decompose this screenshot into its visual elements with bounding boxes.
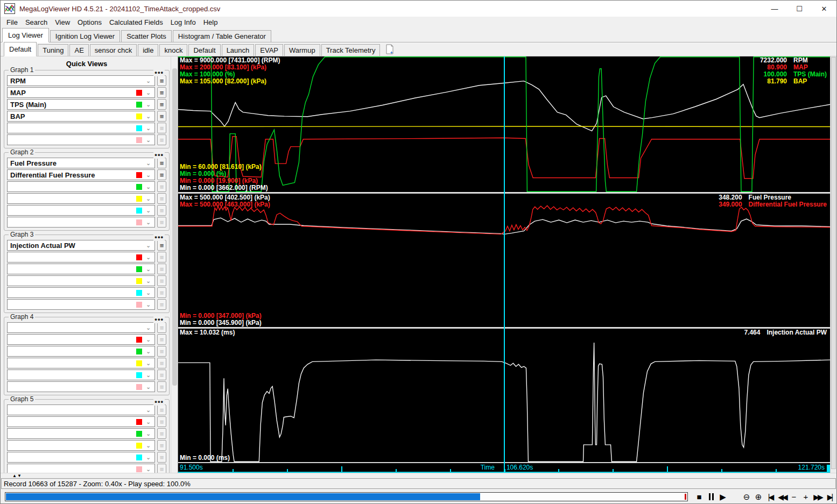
view-tab-ae-2[interactable]: AE	[69, 44, 88, 56]
chart-area[interactable]: Max = 9000.000 [7431.000] (RPM)Max = 200…	[178, 56, 830, 473]
chevron-down-icon[interactable]: ⌄	[146, 113, 154, 120]
field-select[interactable]: ⌄	[7, 205, 155, 216]
pause-button[interactable]	[705, 491, 717, 503]
chevron-down-icon[interactable]: ⌄	[146, 183, 154, 190]
menu-item-file[interactable]: File	[3, 17, 22, 27]
row-menu-button[interactable]: ≡	[157, 264, 166, 274]
row-menu-button[interactable]: ≡	[157, 75, 166, 86]
field-select[interactable]: ⌄	[7, 217, 155, 228]
chevron-down-icon[interactable]: ⌄	[146, 219, 154, 226]
view-tab-evap-8[interactable]: EVAP	[255, 44, 283, 56]
minimize-button[interactable]: —	[762, 1, 787, 17]
field-select[interactable]: ⌄	[7, 299, 155, 310]
row-menu-button[interactable]: ≡	[157, 181, 166, 192]
skip-end-button[interactable]: ▶|	[824, 491, 835, 503]
view-tab-knock-5[interactable]: knock	[159, 44, 187, 56]
row-menu-button[interactable]: ≡	[157, 123, 166, 133]
group-menu-button[interactable]: •••	[153, 397, 165, 406]
row-menu-button[interactable]: ≡	[157, 134, 166, 145]
field-select[interactable]: ⌄	[7, 134, 155, 145]
zoom-in-button[interactable]: ⊕	[752, 491, 764, 503]
chart-scrollbar-thumb[interactable]	[831, 57, 836, 469]
chevron-down-icon[interactable]: ⌄	[146, 254, 154, 261]
chevron-down-icon[interactable]: ⌄	[146, 454, 154, 461]
chevron-down-icon[interactable]: ⌄	[146, 301, 154, 308]
view-tab-launch-7[interactable]: Launch	[222, 44, 255, 56]
field-select[interactable]: ⌄	[7, 123, 155, 133]
row-menu-button[interactable]: ≡	[157, 452, 166, 463]
group-menu-button[interactable]: •••	[153, 233, 165, 241]
chevron-down-icon[interactable]: ⌄	[146, 372, 154, 379]
field-select[interactable]: ⌄	[7, 346, 155, 357]
play-button[interactable]: ▶	[717, 491, 729, 503]
menu-item-search[interactable]: Search	[22, 17, 51, 27]
chevron-down-icon[interactable]: ⌄	[146, 137, 154, 144]
field-select[interactable]: ⌄	[7, 181, 155, 192]
field-select[interactable]: TPS (Main)⌄	[7, 99, 155, 110]
rewind-button[interactable]: ◀◀	[776, 491, 788, 503]
chevron-down-icon[interactable]: ⌄	[146, 89, 154, 96]
chevron-down-icon[interactable]: ⌄	[146, 101, 154, 108]
field-select[interactable]: ⌄	[7, 404, 155, 415]
row-menu-button[interactable]: ≡	[157, 428, 166, 439]
row-menu-button[interactable]: ≡	[157, 287, 166, 298]
field-select[interactable]: ⌄	[7, 428, 155, 439]
row-menu-button[interactable]: ≡	[157, 416, 166, 427]
tab-ignition-log-viewer[interactable]: Ignition Log Viewer	[50, 30, 120, 42]
view-tab-tuning-1[interactable]: Tuning	[38, 44, 68, 56]
chevron-down-icon[interactable]: ⌄	[146, 195, 154, 202]
chevron-down-icon[interactable]: ⌄	[146, 336, 154, 343]
field-select[interactable]: ⌄	[7, 452, 155, 463]
view-tab-sensor-chck-3[interactable]: sensor chck	[90, 44, 137, 56]
chevron-down-icon[interactable]: ⌄	[146, 160, 154, 167]
sidebar-scrollbar[interactable]	[171, 56, 178, 473]
view-tab-default-0[interactable]: Default	[4, 42, 37, 56]
chevron-down-icon[interactable]: ⌄	[146, 348, 154, 355]
chart-scrollbar[interactable]	[830, 56, 836, 473]
field-select[interactable]: Fuel Pressure⌄	[7, 158, 155, 168]
field-select[interactable]: ⌄	[7, 287, 155, 298]
menu-item-options[interactable]: Options	[74, 17, 105, 27]
field-select[interactable]: ⌄	[7, 252, 155, 262]
chevron-down-icon[interactable]: ⌄	[146, 360, 154, 367]
field-select[interactable]: ⌄	[7, 358, 155, 368]
row-menu-button[interactable]: ≡	[157, 87, 166, 98]
tab-histogram-table-generator[interactable]: Histogram / Table Generator	[173, 30, 271, 42]
row-menu-button[interactable]: ≡	[157, 381, 166, 392]
row-menu-button[interactable]: ≡	[157, 99, 166, 110]
chevron-down-icon[interactable]: ⌄	[146, 289, 154, 296]
stop-button[interactable]: ■	[693, 491, 705, 503]
chevron-down-icon[interactable]: ⌄	[146, 430, 154, 437]
row-menu-button[interactable]: ≡	[157, 193, 166, 204]
row-menu-button[interactable]: ≡	[157, 111, 166, 122]
menu-item-view[interactable]: View	[51, 17, 74, 27]
row-menu-button[interactable]: ≡	[157, 169, 166, 180]
close-button[interactable]: ✕	[812, 1, 836, 17]
chevron-down-icon[interactable]: ⌄	[146, 207, 154, 214]
row-menu-button[interactable]: ≡	[157, 464, 166, 473]
field-select[interactable]: ⌄	[7, 416, 155, 427]
field-select[interactable]: ⌄	[7, 440, 155, 451]
chevron-down-icon[interactable]: ⌄	[146, 278, 154, 285]
tab-scatter-plots[interactable]: Scatter Plots	[121, 30, 172, 42]
row-menu-button[interactable]: ≡	[157, 158, 166, 168]
field-select[interactable]: RPM⌄	[7, 75, 155, 86]
field-select[interactable]: ⌄	[7, 193, 155, 204]
field-select[interactable]: ⌄	[7, 264, 155, 274]
row-menu-button[interactable]: ≡	[157, 240, 166, 251]
group-menu-button[interactable]: •••	[153, 315, 165, 323]
field-select[interactable]: Injection Actual PW⌄	[7, 240, 155, 251]
chevron-down-icon[interactable]: ⌄	[146, 172, 154, 179]
menu-item-help[interactable]: Help	[200, 17, 222, 27]
skip-start-button[interactable]: |◀	[764, 491, 776, 503]
chevron-down-icon[interactable]: ⌄	[146, 324, 154, 331]
step-minus-button[interactable]: −	[788, 491, 800, 503]
new-view-button[interactable]	[385, 44, 395, 54]
field-select[interactable]: Differential Fuel Pressure⌄	[7, 169, 155, 180]
row-menu-button[interactable]: ≡	[157, 358, 166, 368]
row-menu-button[interactable]: ≡	[157, 334, 166, 345]
view-tab-idle-4[interactable]: idle	[138, 44, 158, 56]
panel-splitter[interactable]: ▲▼	[1, 473, 836, 478]
chevron-down-icon[interactable]: ⌄	[146, 466, 154, 473]
row-menu-button[interactable]: ≡	[157, 346, 166, 357]
